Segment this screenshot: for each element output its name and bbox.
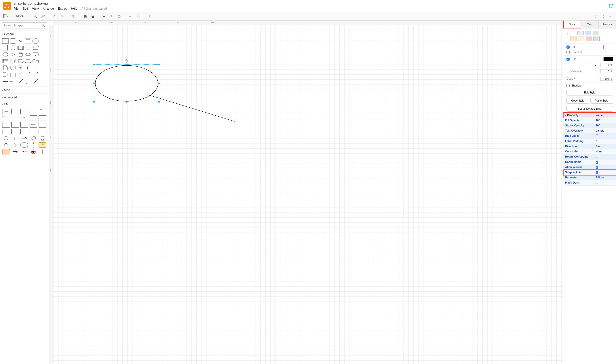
property-row-connectable[interactable]: Connectable✓: [563, 160, 616, 165]
fill-color-icon[interactable]: ◆: [101, 13, 107, 19]
connection-icon[interactable]: → ▾: [128, 13, 134, 19]
uml-component[interactable]: [30, 116, 38, 121]
property-row-stroke-opacity[interactable]: Stroke Opacity100: [563, 123, 616, 128]
property-row-hide-label[interactable]: Hide Label: [563, 133, 616, 139]
blank-shape[interactable]: [40, 38, 46, 44]
line1-shape[interactable]: [17, 79, 24, 84]
fill-checkbox[interactable]: ✓: [566, 46, 570, 49]
uml-class[interactable]: [20, 109, 28, 114]
to-back-icon[interactable]: [90, 13, 95, 19]
canvas[interactable]: ↻: [53, 25, 563, 364]
line-width[interactable]: 1 pt: [600, 63, 613, 67]
uml-comp2[interactable]: [39, 116, 46, 121]
uml-attr[interactable]: + item: [39, 109, 46, 114]
uml-lifeline[interactable]: [30, 142, 38, 148]
property-checkbox[interactable]: ✓: [596, 166, 598, 169]
property-row-constraint[interactable]: ConstraintNone: [563, 149, 616, 154]
diamond-shape[interactable]: [25, 45, 31, 51]
opacity-val[interactable]: 100 %: [600, 77, 613, 81]
swatch-1[interactable]: [570, 31, 576, 35]
uml-time[interactable]: [39, 149, 46, 155]
uml-r2[interactable]: [12, 129, 19, 134]
property-checkbox[interactable]: ✓: [596, 161, 598, 164]
property-table-header[interactable]: ▾ Property Value: [563, 113, 616, 118]
line-style-select[interactable]: ▾: [571, 63, 597, 67]
uml-package[interactable]: package: [30, 122, 38, 128]
shadow-checkbox[interactable]: [566, 84, 570, 87]
uml-r1[interactable]: [2, 129, 10, 134]
property-row-label-padding[interactable]: Label Padding0: [563, 139, 616, 144]
b3[interactable]: [40, 52, 46, 57]
uml-r4[interactable]: [30, 129, 38, 134]
zoom-out-icon[interactable]: 🔎: [40, 13, 46, 19]
callout-shape[interactable]: [10, 65, 16, 71]
uml-ctrl[interactable]: [2, 142, 10, 148]
uml-interface[interactable]: [12, 109, 19, 114]
note-shape[interactable]: [2, 65, 9, 71]
document-shape[interactable]: [32, 52, 39, 57]
fill-color[interactable]: [603, 45, 613, 49]
document-title[interactable]: snap-to-point.drawio: [13, 1, 606, 6]
property-checkbox[interactable]: [596, 181, 598, 184]
zoom-level[interactable]: 145% ▾: [14, 14, 27, 18]
b4[interactable]: [40, 58, 46, 64]
tape-shape[interactable]: [32, 58, 39, 64]
square-shape[interactable]: [3, 45, 8, 51]
swatch-2[interactable]: [577, 31, 584, 35]
b7[interactable]: [40, 79, 46, 84]
swatch-8[interactable]: [593, 37, 600, 41]
property-row-fixed-dash[interactable]: Fixed Dash: [563, 180, 616, 186]
swatch-6[interactable]: [578, 37, 584, 41]
rounded-rect-shape[interactable]: [10, 38, 16, 44]
undo-icon[interactable]: ↶: [52, 13, 57, 19]
search-input[interactable]: [2, 22, 47, 28]
link-shape[interactable]: [2, 79, 9, 84]
uml-prov[interactable]: [20, 136, 28, 141]
tab-text[interactable]: Text: [581, 21, 599, 28]
app-logo[interactable]: [3, 2, 11, 10]
property-row-allow-arrows[interactable]: Allow Arrows✓: [563, 165, 616, 170]
uml-title[interactable]: Title: [20, 116, 28, 121]
property-row-rotate-constraint[interactable]: Rotate Constraint: [563, 154, 616, 160]
menu-arrange[interactable]: Arrange: [43, 7, 54, 10]
uml-comp-act[interactable]: [2, 149, 10, 155]
uml-class2[interactable]: [30, 109, 38, 114]
section-advanced[interactable]: Advanced: [0, 94, 49, 101]
property-row-text-overflow[interactable]: Text OverflowVisible: [563, 128, 616, 133]
line-color[interactable]: [603, 57, 613, 61]
uml-actor2[interactable]: [12, 142, 19, 148]
text-shape[interactable]: Text: [17, 38, 24, 44]
uml-r5[interactable]: [39, 129, 46, 134]
and-shape[interactable]: [2, 72, 9, 77]
parallelogram-shape[interactable]: [32, 45, 39, 51]
menu-edit[interactable]: Edit: [23, 7, 28, 10]
property-checkbox[interactable]: [596, 155, 598, 158]
redo-icon[interactable]: ↷: [59, 13, 65, 19]
connector-line[interactable]: [147, 95, 237, 124]
swatch-4[interactable]: [593, 31, 599, 35]
uml-circ1[interactable]: [2, 136, 10, 141]
textbox-shape[interactable]: Heading: [25, 38, 31, 44]
property-checkbox[interactable]: [596, 134, 598, 137]
arrow-shape[interactable]: [32, 72, 39, 77]
uml-divider[interactable]: [12, 116, 19, 121]
search-icon[interactable]: 🔍: [41, 24, 45, 27]
property-row-fill-opacity[interactable]: Fill Opacity100: [563, 118, 616, 123]
curly-shape[interactable]: [25, 65, 31, 71]
add-icon[interactable]: + ▾: [147, 13, 153, 19]
swatch-3[interactable]: [585, 31, 591, 35]
to-front-icon[interactable]: [82, 13, 88, 19]
curly2-shape[interactable]: [32, 65, 39, 71]
trapezoid-shape[interactable]: [25, 58, 31, 64]
section-general[interactable]: General: [0, 30, 49, 38]
uml-bound[interactable]: [30, 136, 38, 141]
menu-extras[interactable]: Extras: [58, 7, 67, 10]
line-bidir-shape[interactable]: [25, 79, 31, 84]
arrow-curve-shape[interactable]: [17, 72, 24, 77]
step-shape[interactable]: [17, 58, 24, 64]
swatch-prev-icon[interactable]: ‹: [566, 31, 568, 35]
zoom-in-icon[interactable]: 🔍: [32, 13, 38, 19]
gradient-checkbox[interactable]: [566, 51, 570, 54]
uml-object[interactable]: Object: [2, 109, 10, 114]
rotate-handle[interactable]: ↻: [125, 59, 128, 63]
